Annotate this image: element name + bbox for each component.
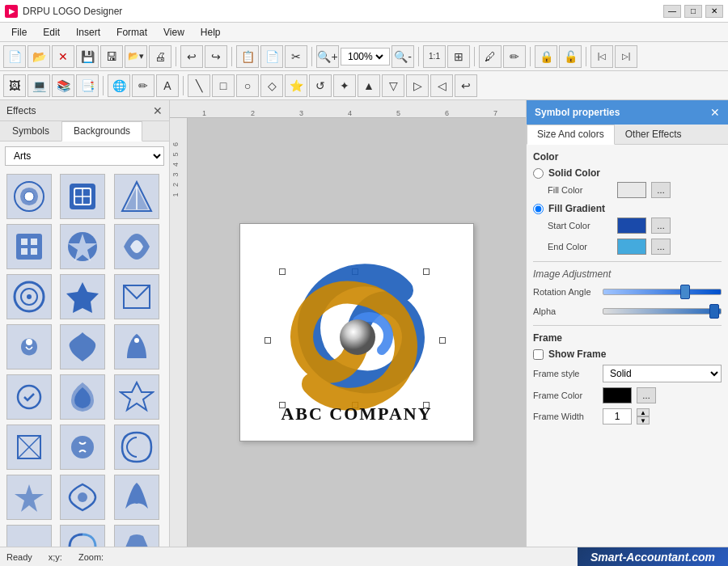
start-color-more-button[interactable]: … xyxy=(651,218,671,234)
frame-width-down-button[interactable]: ▼ xyxy=(637,416,650,424)
tb2-doc[interactable]: 📑 xyxy=(76,74,99,97)
tb2-pen[interactable]: ✏ xyxy=(132,74,154,97)
titlebar-controls[interactable]: — □ ✕ xyxy=(663,5,723,18)
list-item[interactable] xyxy=(114,525,159,547)
fill-gradient-radio[interactable] xyxy=(533,204,544,214)
list-item[interactable] xyxy=(114,424,159,470)
zoom-select[interactable]: 100% 50% 150% 200% xyxy=(345,50,386,63)
solid-color-label[interactable]: Solid Color xyxy=(548,167,600,179)
frame-style-select[interactable]: Solid Dashed Dotted Double xyxy=(603,365,722,382)
frame-color-swatch[interactable] xyxy=(603,387,632,403)
list-item[interactable] xyxy=(6,224,52,269)
category-dropdown[interactable]: Arts Animals Badges Business Flowers Nat… xyxy=(5,146,164,166)
frame-width-input[interactable] xyxy=(603,408,632,424)
tb-save[interactable]: 💾 xyxy=(76,45,99,68)
tb2-photo[interactable]: 🖼 xyxy=(3,74,26,97)
list-item[interactable] xyxy=(60,525,105,547)
menu-insert[interactable]: Insert xyxy=(68,24,108,40)
tb-cut[interactable]: ✂ xyxy=(285,45,307,68)
tb2-star5[interactable]: ⭐ xyxy=(285,74,307,97)
canvas-sheet[interactable]: ABC COMPANY xyxy=(239,223,474,441)
tb-save2[interactable]: 🖫 xyxy=(100,45,123,68)
tb2-rect[interactable]: □ xyxy=(212,74,235,97)
canvas-inner[interactable]: ABC COMPANY xyxy=(188,118,526,547)
maximize-button[interactable]: □ xyxy=(684,5,702,18)
tb2-text[interactable]: A xyxy=(156,74,179,97)
tb-new[interactable]: 📄 xyxy=(3,45,26,68)
list-item[interactable] xyxy=(60,374,105,420)
minimize-button[interactable]: — xyxy=(663,5,681,18)
tb-lock[interactable]: 🔒 xyxy=(535,45,557,68)
tb2-diamond[interactable]: ◇ xyxy=(260,74,283,97)
close-button[interactable]: ✕ xyxy=(705,5,723,18)
list-item[interactable] xyxy=(60,174,105,219)
list-item[interactable] xyxy=(6,475,52,520)
tb-fit[interactable]: 1:1 xyxy=(423,45,446,68)
tb-grid[interactable]: ⊞ xyxy=(447,45,470,68)
menu-edit[interactable]: Edit xyxy=(35,24,68,40)
list-item[interactable] xyxy=(6,424,52,470)
list-item[interactable] xyxy=(114,274,159,319)
tb-align-right[interactable]: ▷| xyxy=(615,45,637,68)
tab-size-colors[interactable]: Size And colors xyxy=(527,125,615,145)
frame-color-more-button[interactable]: … xyxy=(637,387,656,403)
list-item[interactable] xyxy=(6,174,52,219)
solid-color-radio[interactable] xyxy=(533,168,544,179)
tb-undo[interactable]: ↩ xyxy=(180,45,203,68)
rotation-slider-container[interactable] xyxy=(603,285,722,299)
end-color-swatch[interactable] xyxy=(617,239,646,255)
tb-redo[interactable]: ↪ xyxy=(205,45,227,68)
end-color-more-button[interactable]: … xyxy=(651,239,671,255)
tb-lock2[interactable]: 🔓 xyxy=(559,45,582,68)
menu-format[interactable]: Format xyxy=(108,24,155,40)
tb-zoomout[interactable]: 🔍- xyxy=(392,45,414,68)
tb-copy[interactable]: 📋 xyxy=(236,45,259,68)
list-item[interactable] xyxy=(114,374,159,420)
show-frame-checkbox[interactable] xyxy=(533,349,544,360)
show-frame-label[interactable]: Show Frame xyxy=(548,348,606,360)
list-item[interactable]: A xyxy=(6,525,52,547)
tab-symbols[interactable]: Symbols xyxy=(0,121,61,141)
list-item[interactable] xyxy=(60,324,105,370)
menu-view[interactable]: View xyxy=(155,24,193,40)
menu-help[interactable]: Help xyxy=(193,24,229,40)
list-item[interactable] xyxy=(60,224,105,269)
tb2-line[interactable]: ╲ xyxy=(188,74,210,97)
frame-width-up-button[interactable]: ▲ xyxy=(637,408,650,416)
tb2-ellipse[interactable]: ○ xyxy=(236,74,259,97)
start-color-swatch[interactable] xyxy=(617,218,646,234)
effects-close-button[interactable]: ✕ xyxy=(153,104,163,117)
rotation-slider-thumb[interactable] xyxy=(680,285,690,299)
list-item[interactable] xyxy=(60,274,105,319)
tb2-arrow[interactable]: ↺ xyxy=(309,74,332,97)
tb2-screen[interactable]: 💻 xyxy=(28,74,50,97)
tb2-star6[interactable]: ✦ xyxy=(333,74,356,97)
tab-other-effects[interactable]: Other Effects xyxy=(615,125,692,144)
alpha-slider-thumb[interactable] xyxy=(709,304,719,319)
tb-align-left[interactable]: |◁ xyxy=(590,45,613,68)
list-item[interactable] xyxy=(6,274,52,319)
tb2-layers[interactable]: 📚 xyxy=(52,74,74,97)
fill-gradient-label[interactable]: Fill Gradient xyxy=(548,203,605,214)
list-item[interactable] xyxy=(114,174,159,219)
tb2-arrow-left[interactable]: ◁ xyxy=(430,74,453,97)
list-item[interactable] xyxy=(114,224,159,269)
list-item[interactable] xyxy=(114,475,159,520)
list-item[interactable] xyxy=(6,324,52,370)
tb-paste[interactable]: 📄 xyxy=(260,45,283,68)
list-item[interactable] xyxy=(60,424,105,470)
tb2-curve[interactable]: ↩ xyxy=(455,74,477,97)
tab-backgrounds[interactable]: Backgrounds xyxy=(61,121,142,142)
tb-open2[interactable]: 📂▾ xyxy=(125,45,147,68)
fill-color-more-button[interactable]: … xyxy=(651,182,671,198)
tb-open[interactable]: 📂 xyxy=(28,45,50,68)
tb-edit1[interactable]: 🖊 xyxy=(479,45,502,68)
tb-zoomin[interactable]: 🔍+ xyxy=(316,45,339,68)
tb-zoom-control[interactable]: 100% 50% 150% 200% xyxy=(341,48,390,65)
fill-color-swatch[interactable] xyxy=(617,182,646,198)
tb2-triangle-up[interactable]: ▲ xyxy=(358,74,380,97)
right-panel-close-button[interactable]: ✕ xyxy=(710,106,720,119)
list-item[interactable] xyxy=(6,374,52,420)
list-item[interactable] xyxy=(114,324,159,370)
alpha-slider-container[interactable] xyxy=(603,304,722,319)
